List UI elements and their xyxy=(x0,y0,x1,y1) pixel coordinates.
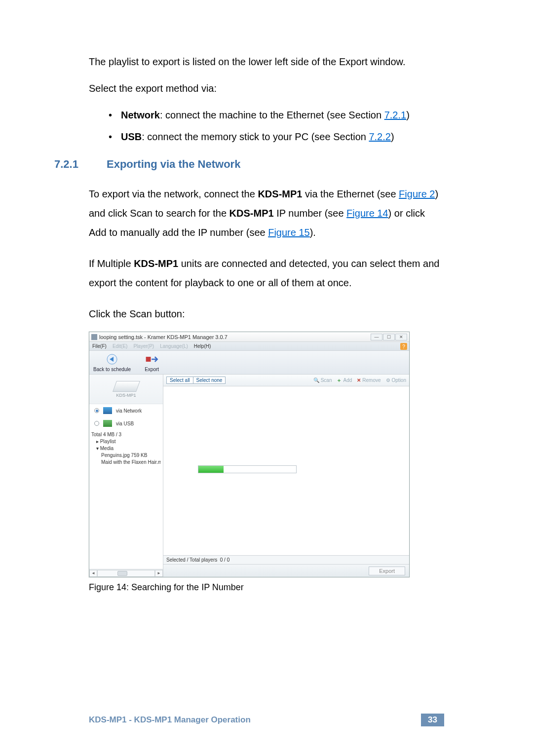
close-button[interactable]: ✕ xyxy=(395,334,407,340)
option-button[interactable]: ⚙Option xyxy=(386,377,406,384)
scroll-left-button[interactable]: ◄ xyxy=(89,570,97,577)
figure-caption: Figure 14: Searching for the IP Number xyxy=(89,582,444,593)
link-section-721[interactable]: 7.2.1 xyxy=(384,110,406,120)
total-size-label: Total 4 MB / 3 xyxy=(89,430,163,438)
player-list-body xyxy=(163,386,409,555)
scroll-track[interactable] xyxy=(97,570,155,577)
device-icon xyxy=(112,381,140,392)
player-list-area: Select all Select none 🔍Scan ＋Add ✕Remov… xyxy=(163,375,409,577)
plus-icon: ＋ xyxy=(337,377,342,384)
device-panel: KDS-MP1 xyxy=(89,375,163,404)
titlebar: looping setting.tsk - Kramer KDS-MP1 Man… xyxy=(89,332,409,342)
section-number: 7.2.1 xyxy=(54,158,89,171)
bullet-dot-icon: • xyxy=(109,108,112,122)
usb-icon xyxy=(103,420,112,427)
bullet-network-label: Network xyxy=(121,110,160,120)
scan-progressbar xyxy=(198,465,297,473)
help-icon[interactable]: ? xyxy=(400,343,407,350)
menu-player: Player(P) xyxy=(133,343,154,349)
bottom-bar: Export xyxy=(163,564,409,577)
list-toolbar: Select all Select none 🔍Scan ＋Add ✕Remov… xyxy=(163,375,409,386)
export-tree: ▸ Playlist ▾ Media Penguins.jpg 759 KB M… xyxy=(89,438,163,466)
status-value: 0 / 0 xyxy=(220,557,229,563)
device-label: KDS-MP1 xyxy=(116,393,136,398)
svg-rect-1 xyxy=(146,357,151,362)
back-arrow-icon xyxy=(105,353,119,366)
scroll-right-button[interactable]: ► xyxy=(155,570,163,577)
bullet-dot-icon: • xyxy=(109,129,112,144)
app-window: looping setting.tsk - Kramer KDS-MP1 Man… xyxy=(89,332,410,577)
section-title: Exporting via the Network xyxy=(107,158,240,171)
status-label: Selected / Total players xyxy=(166,557,217,563)
para-network-1: To export via the network, connect the K… xyxy=(89,185,444,242)
menu-language: Language(L) xyxy=(160,343,188,349)
menubar: File(F) Edit(E) Player(P) Language(L) He… xyxy=(89,342,409,351)
toolbar: Back to schedule Export xyxy=(89,351,409,375)
link-figure-2[interactable]: Figure 2 xyxy=(399,189,435,199)
sidebar-scrollbar[interactable]: ◄ ► xyxy=(89,569,163,577)
section-heading: 7.2.1 Exporting via the Network xyxy=(89,158,444,171)
tree-item-maid[interactable]: Maid with the Flaxen Hair.mp. xyxy=(91,459,161,466)
status-bar: Selected / Total players 0 / 0 xyxy=(163,555,409,564)
tree-item-penguins[interactable]: Penguins.jpg 759 KB xyxy=(91,452,161,459)
bullet-network: • Network: connect the machine to the Et… xyxy=(109,108,444,122)
export-icon xyxy=(145,353,159,366)
link-figure-14[interactable]: Figure 14 xyxy=(346,208,388,219)
radio-via-network[interactable]: via Network xyxy=(89,404,163,417)
scroll-thumb[interactable] xyxy=(117,571,127,576)
back-to-schedule-button[interactable]: Back to schedule xyxy=(93,353,131,372)
page-footer: KDS-MP1 - KDS-MP1 Manager Operation 33 xyxy=(89,714,444,726)
intro-paragraph-2: Select the export method via: xyxy=(89,81,444,96)
select-all-button[interactable]: Select all xyxy=(166,377,193,384)
radio-via-usb[interactable]: via USB xyxy=(89,417,163,430)
tree-media[interactable]: ▾ Media xyxy=(91,445,161,452)
remove-icon: ✕ xyxy=(357,378,361,383)
intro-paragraph-1: The playlist to export is listed on the … xyxy=(89,54,444,69)
menu-help[interactable]: Help(H) xyxy=(194,343,211,349)
menu-file[interactable]: File(F) xyxy=(92,343,107,349)
app-icon xyxy=(91,334,97,340)
tree-playlist[interactable]: ▸ Playlist xyxy=(91,438,161,445)
add-button[interactable]: ＋Add xyxy=(337,377,352,384)
link-figure-15[interactable]: Figure 15 xyxy=(268,227,310,238)
radio-unselected-icon xyxy=(94,421,99,426)
export-button[interactable]: Export xyxy=(369,567,405,575)
bullet-network-text: : connect the machine to the Ethernet (s… xyxy=(160,110,384,120)
export-toolbar-button[interactable]: Export xyxy=(145,353,159,372)
para-click-scan: Click the Scan button: xyxy=(89,304,444,324)
window-title: looping setting.tsk - Kramer KDS-MP1 Man… xyxy=(99,334,228,340)
remove-button[interactable]: ✕Remove xyxy=(357,377,381,384)
sidebar: KDS-MP1 via Network via USB Total 4 MB /… xyxy=(89,375,163,577)
maximize-button[interactable]: ☐ xyxy=(383,334,395,340)
para-network-2: If Multiple KDS-MP1 units are connected … xyxy=(89,254,444,293)
gear-icon: ⚙ xyxy=(386,378,390,383)
page-number: 33 xyxy=(421,714,444,726)
bullet-usb: • USB: connect the memory stick to your … xyxy=(109,129,444,144)
bullet-usb-text: : connect the memory stick to your PC (s… xyxy=(142,131,369,142)
radio-selected-icon xyxy=(94,408,99,413)
scan-button[interactable]: 🔍Scan xyxy=(313,377,332,384)
select-none-button[interactable]: Select none xyxy=(193,377,226,384)
footer-text: KDS-MP1 - KDS-MP1 Manager Operation xyxy=(89,715,251,725)
network-icon xyxy=(103,407,112,414)
progress-fill xyxy=(198,466,224,473)
search-icon: 🔍 xyxy=(313,378,319,383)
minimize-button[interactable]: — xyxy=(371,334,382,340)
bullet-usb-label: USB xyxy=(121,131,142,142)
menu-edit: Edit(E) xyxy=(113,343,128,349)
bullet-list: • Network: connect the machine to the Et… xyxy=(109,108,444,144)
link-section-722[interactable]: 7.2.2 xyxy=(369,131,390,142)
